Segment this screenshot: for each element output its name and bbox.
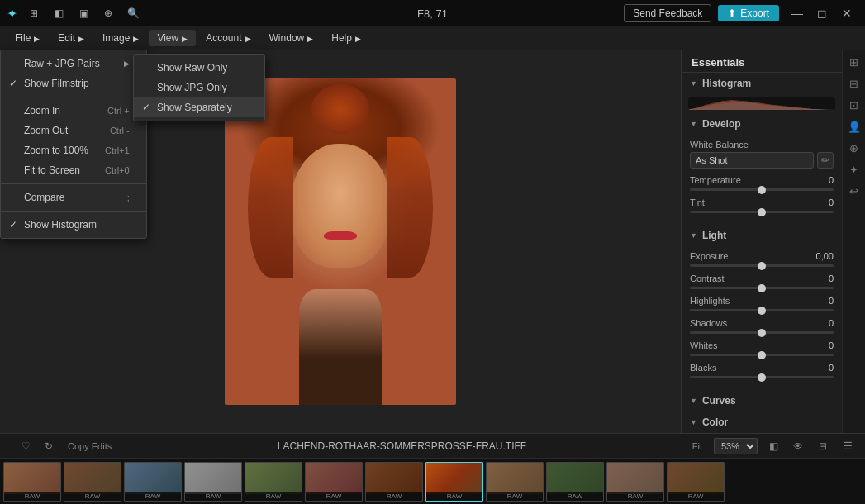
view-single-icon[interactable]: ◧ — [764, 437, 782, 455]
portrait-rendering — [225, 78, 456, 405]
menu-account[interactable]: Account — [197, 30, 259, 46]
whites-slider[interactable] — [690, 354, 834, 356]
panel-icon-crop[interactable]: ⊡ — [845, 96, 863, 114]
like-icon[interactable]: ♡ — [17, 437, 35, 455]
toolbar-icon-2[interactable]: ◧ — [49, 3, 69, 23]
light-section-header[interactable]: Light — [682, 225, 842, 246]
toolbar-icon-3[interactable]: ▣ — [74, 3, 93, 23]
blacks-slider[interactable] — [690, 376, 834, 378]
develop-section-header[interactable]: Develop — [682, 113, 842, 135]
tint-thumb[interactable] — [758, 208, 766, 216]
panel-icon-star[interactable]: ✦ — [845, 160, 863, 178]
filmstrip-item[interactable]: RAW — [606, 462, 664, 502]
color-section-header[interactable]: Color — [682, 411, 842, 433]
title-bar-right: Send Feedback ⬆ Export — ◻ ✕ — [624, 4, 858, 22]
contrast-thumb[interactable] — [758, 284, 766, 292]
menu-view[interactable]: View — [149, 30, 196, 46]
panel-icon-back[interactable]: ↩ — [845, 182, 863, 200]
histogram-section-header[interactable]: Histogram — [682, 73, 842, 94]
filmstrip-item[interactable]: RAW — [305, 462, 363, 502]
menu-compare[interactable]: Compare ; — [1, 188, 146, 207]
menu-fit-screen[interactable]: Fit to Screen Ctrl+0 — [1, 160, 146, 180]
bottom-filename: LACHEND-ROTHAAR-SOMMERSPROSSE-FRAU.TIFF — [125, 440, 679, 452]
wb-label: White Balance — [690, 140, 834, 150]
filmstrip-item[interactable]: RAW — [245, 462, 302, 502]
menu-raw-jpg-pairs[interactable]: Raw + JPG Pairs Show Raw Only Show JPG O… — [1, 54, 146, 74]
temperature-slider[interactable] — [690, 188, 834, 191]
filmstrip-item[interactable]: RAW — [184, 462, 242, 502]
filmstrip-item[interactable]: RAW — [3, 462, 61, 502]
copy-edits-button[interactable]: Copy Edits — [63, 440, 116, 453]
photo-container — [225, 78, 456, 405]
blacks-thumb[interactable] — [758, 373, 766, 382]
highlights-slider[interactable] — [690, 309, 834, 311]
minimize-button[interactable]: — — [786, 4, 809, 22]
thumb-img — [245, 463, 302, 494]
thumb-img — [426, 463, 482, 494]
highlights-thumb[interactable] — [758, 307, 766, 315]
filmstrip-item[interactable]: RAW — [365, 462, 423, 502]
menu-show-separately[interactable]: Show Separately — [134, 97, 264, 117]
toolbar-icon-5[interactable]: 🔍 — [123, 3, 143, 23]
thumb-img — [306, 463, 362, 494]
menu-window[interactable]: Window — [261, 30, 322, 46]
menu-zoom-100[interactable]: Zoom to 100% Ctrl+1 — [1, 140, 146, 160]
bottom-controls: Fit 53% ◧ 👁 ⊟ ☰ — [687, 437, 857, 455]
menu-help[interactable]: Help — [323, 30, 369, 46]
title-bar-coords: F8, 71 — [417, 7, 448, 20]
menu-edit[interactable]: Edit — [50, 30, 93, 46]
develop-section-content: White Balance As Shot ✏ Temperature 0 — [682, 135, 842, 225]
rotate-icon[interactable]: ↻ — [40, 437, 58, 455]
curves-section-header[interactable]: Curves — [682, 390, 842, 411]
filmstrip-item[interactable]: RAW — [546, 462, 604, 502]
view-grid-icon[interactable]: ⊟ — [814, 437, 832, 455]
fit-button[interactable]: Fit — [687, 440, 707, 453]
filmstrip-item[interactable]: RAW — [64, 462, 121, 502]
exposure-thumb[interactable] — [758, 262, 766, 270]
contrast-control: Contrast 0 — [690, 273, 834, 289]
contrast-slider[interactable] — [690, 287, 834, 289]
feedback-button[interactable]: Send Feedback — [624, 4, 711, 22]
menu-show-filmstrip[interactable]: Show Filmstrip — [1, 74, 146, 93]
filmstrip-item[interactable]: RAW — [486, 462, 544, 502]
panel-icon-heal[interactable]: ⊕ — [845, 139, 863, 157]
zoom-selector[interactable]: 53% — [714, 438, 758, 454]
temperature-thumb[interactable] — [758, 186, 766, 194]
filmstrip-item[interactable]: RAW — [667, 462, 725, 502]
menu-image[interactable]: Image — [94, 30, 147, 46]
menu-show-raw-only[interactable]: Show Raw Only — [134, 58, 264, 78]
thumb-img — [64, 463, 121, 494]
maximize-button[interactable]: ◻ — [810, 4, 834, 22]
wb-select[interactable]: As Shot — [690, 152, 814, 169]
portrait-photo — [225, 78, 456, 405]
export-button[interactable]: ⬆ Export — [718, 5, 779, 21]
shadows-thumb[interactable] — [758, 329, 766, 337]
temperature-control: Temperature 0 — [690, 175, 834, 191]
whites-control: Whites 0 — [690, 340, 834, 356]
close-button[interactable]: ✕ — [835, 4, 858, 22]
menu-show-jpg-only[interactable]: Show JPG Only — [134, 78, 264, 97]
menu-separator-3 — [1, 211, 146, 212]
panel-icon-grid[interactable]: ⊞ — [845, 53, 863, 71]
bottom-left: ♡ ↻ Copy Edits — [8, 437, 116, 455]
panel-icon-person[interactable]: 👤 — [845, 117, 863, 136]
view-compare-icon[interactable]: 👁 — [789, 437, 807, 455]
filmstrip-item[interactable]: RAW — [124, 462, 182, 502]
shadows-slider[interactable] — [690, 331, 834, 334]
menu-show-histogram[interactable]: Show Histogram — [1, 215, 146, 235]
filmstrip-item-active[interactable]: RAW — [425, 462, 483, 502]
wb-eyedropper-icon[interactable]: ✏ — [817, 152, 834, 169]
toolbar-icon-4[interactable]: ⊕ — [98, 3, 118, 23]
menu-zoom-out[interactable]: Zoom Out Ctrl - — [1, 121, 146, 140]
view-menu-icon[interactable]: ☰ — [839, 437, 857, 455]
filmstrip: RAW RAW RAW RAW RAW RAW RAW RAW RAW RAW … — [0, 458, 865, 504]
tint-control: Tint 0 — [690, 197, 834, 213]
panel-icon-adjust[interactable]: ⊟ — [845, 74, 863, 93]
light-section-content: Exposure 0,00 Contrast 0 Highlights — [682, 246, 842, 390]
exposure-slider[interactable] — [690, 264, 834, 267]
whites-thumb[interactable] — [758, 351, 766, 359]
menu-zoom-in[interactable]: Zoom In Ctrl + — [1, 101, 146, 121]
toolbar-icon-1[interactable]: ⊞ — [24, 3, 44, 23]
tint-slider[interactable] — [690, 211, 834, 213]
menu-file[interactable]: File — [7, 30, 48, 46]
